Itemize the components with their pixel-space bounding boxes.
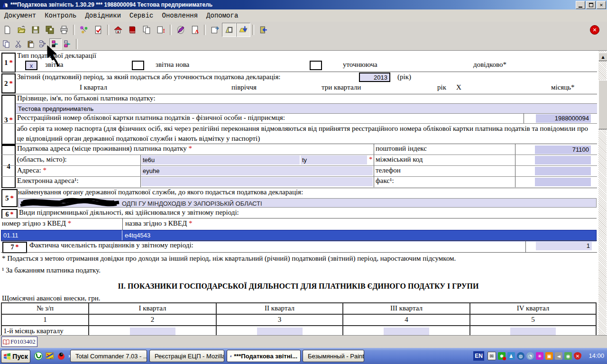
passport-note: або серія та номер паспорта (для фізични… [17, 124, 593, 144]
menu-document[interactable]: Документ [0, 11, 40, 20]
update-orb-icon[interactable]: ◔ [526, 352, 534, 360]
task-total-commander[interactable]: TC Total Commander 7.03 - ... [70, 350, 147, 362]
paste-icon[interactable] [25, 38, 37, 50]
table-header-row: № з/п І квартал ІІ квартал ІІІ квартал I… [2, 303, 596, 315]
export-document-icon[interactable] [208, 23, 222, 37]
structure-icon[interactable] [77, 23, 91, 37]
col-header: ІІІ квартал [343, 303, 470, 314]
menu-service[interactable]: Сервіс [125, 11, 157, 20]
cut-icon[interactable] [12, 38, 25, 50]
field2-number: 2* [1, 73, 16, 93]
nvidia-icon[interactable]: ◉ [564, 352, 572, 360]
utorrent-icon[interactable] [34, 352, 43, 360]
kved-header-row: номер згідно з КВЕД * назва згідно з КВЕ… [1, 218, 597, 230]
city-input[interactable]: ty [301, 155, 367, 164]
kved-name-cell[interactable]: e4tq4543 [125, 232, 150, 239]
volume-icon[interactable]: ◄ [555, 352, 562, 360]
close-document-icon[interactable]: ✕ [590, 25, 599, 35]
view-document-icon[interactable] [222, 23, 236, 37]
scroll-up-icon[interactable]: ▲ [598, 53, 607, 61]
menu-directories[interactable]: Довідники [81, 11, 125, 20]
col-header: № з/п [2, 303, 89, 314]
postal-input[interactable]: 71100 [535, 146, 591, 154]
exit-door-icon[interactable] [256, 23, 270, 37]
title-bar[interactable]: ***Податкова звітність 1.30.29 *** 19880… [0, 0, 607, 9]
close-button[interactable]: ✕ [597, 1, 606, 9]
menu-bar: Документ Контроль Довідники Сервіс Оновл… [0, 9, 607, 22]
reg-number-input[interactable]: 1988000094 [536, 114, 591, 123]
document-alert-icon[interactable]: ! [154, 23, 168, 37]
area-code-input[interactable] [535, 156, 591, 164]
year-input[interactable]: 2013 [359, 73, 390, 82]
monitor-icon[interactable]: ▣ [545, 352, 553, 360]
agent-lamp-icon[interactable]: ♟ [507, 352, 515, 360]
import-download-icon[interactable] [236, 23, 250, 37]
document-tab-strip: F0103402 [0, 335, 607, 348]
svg-text:!: ! [163, 27, 166, 34]
mail-spider-icon[interactable]: ✉ [487, 352, 496, 360]
city-required-star: * [369, 155, 373, 164]
phone-input[interactable] [535, 167, 591, 175]
save-all-icon[interactable] [43, 23, 57, 37]
declaration-form: 1* Тип податкової декларації x звітна зв… [0, 50, 607, 336]
language-indicator[interactable]: EN [473, 351, 484, 361]
checkbox-zvitna[interactable]: x [25, 61, 37, 70]
col-index: 5 [470, 315, 596, 325]
period-year-mark: X [456, 83, 461, 91]
menu-update[interactable]: Оновлення [157, 11, 202, 20]
copy-icon[interactable] [0, 38, 12, 50]
task-firefox[interactable]: Реєстрація ЕЦП - Mozilla... [149, 350, 224, 362]
media-bird-icon[interactable] [57, 352, 65, 360]
verify-document-icon[interactable] [91, 23, 105, 37]
scrollbar-thumb[interactable] [598, 80, 607, 129]
minimize-button[interactable] [576, 1, 585, 9]
footnote-one: ¹ За бажанням платника податку. [2, 266, 101, 274]
name-input[interactable]: Тестова предприниматель [16, 104, 597, 113]
save-icon[interactable] [28, 23, 43, 37]
fax-input[interactable] [535, 178, 591, 186]
address-input[interactable]: eyuhe [141, 166, 373, 175]
tab-label: F0103402 [10, 338, 36, 346]
workers-count-label: Фактична чисельність працівників у звітн… [29, 241, 193, 249]
svg-text:A: A [195, 28, 199, 34]
input-cell[interactable] [343, 326, 470, 336]
email-input[interactable] [141, 177, 373, 186]
vertical-scrollbar[interactable]: ▲ [598, 51, 607, 336]
divider [1, 165, 597, 166]
input-cell[interactable] [470, 326, 596, 336]
tab-f0103402[interactable]: F0103402 [1, 337, 37, 347]
spider-icon[interactable]: ✳ [536, 352, 543, 360]
dcpp-icon[interactable]: ◍ [517, 352, 524, 360]
checkbox-zvitna-nova[interactable] [132, 61, 144, 70]
divider [1, 72, 597, 72]
new-document-icon[interactable] [0, 23, 14, 37]
redaction-scribble [19, 197, 121, 209]
signature-pen-icon[interactable] [174, 23, 188, 37]
book-icon[interactable] [125, 23, 139, 37]
menu-control[interactable]: Контроль [40, 11, 81, 20]
kved-selected-row[interactable]: 01.11 e4tq4543 [1, 230, 597, 241]
kved-number-header: номер згідно з КВЕД * [2, 219, 71, 228]
input-cell[interactable] [89, 326, 217, 336]
kved-number-cell[interactable]: 01.11 [3, 232, 18, 239]
v7-app-icon[interactable]: v7 [46, 352, 54, 360]
document-audit-icon[interactable]: A [188, 23, 202, 37]
checkbox-utochnyuyucha[interactable] [310, 61, 322, 70]
home-icon[interactable] [111, 23, 125, 37]
tax-office-input[interactable]: ОДПІ ГУ МІНДОХОДІВ У ЗАПОРІЗЬКІЙ ОБЛАСТІ [18, 198, 597, 208]
open-icon[interactable] [14, 23, 28, 37]
menu-help[interactable]: Допомога [202, 11, 242, 20]
input-cell[interactable] [217, 326, 343, 336]
region-input[interactable]: te6u [141, 155, 300, 164]
security-shield-icon[interactable]: ✕ [574, 352, 581, 360]
workers-count-input[interactable]: 1 [536, 242, 592, 250]
task-tax-reporting[interactable]: ***Податкова звітні... [227, 350, 301, 362]
field7-number: 7* [2, 242, 27, 253]
print-icon[interactable] [57, 23, 71, 37]
start-button[interactable]: Пуск [1, 350, 30, 363]
antivirus-disabled-icon[interactable]: ✱ [498, 352, 506, 360]
copy-documents-icon[interactable] [139, 23, 154, 37]
edit-toolbar [0, 38, 607, 51]
restore-button[interactable] [586, 1, 596, 9]
task-paint[interactable]: Безымянный - Paint [303, 350, 364, 362]
